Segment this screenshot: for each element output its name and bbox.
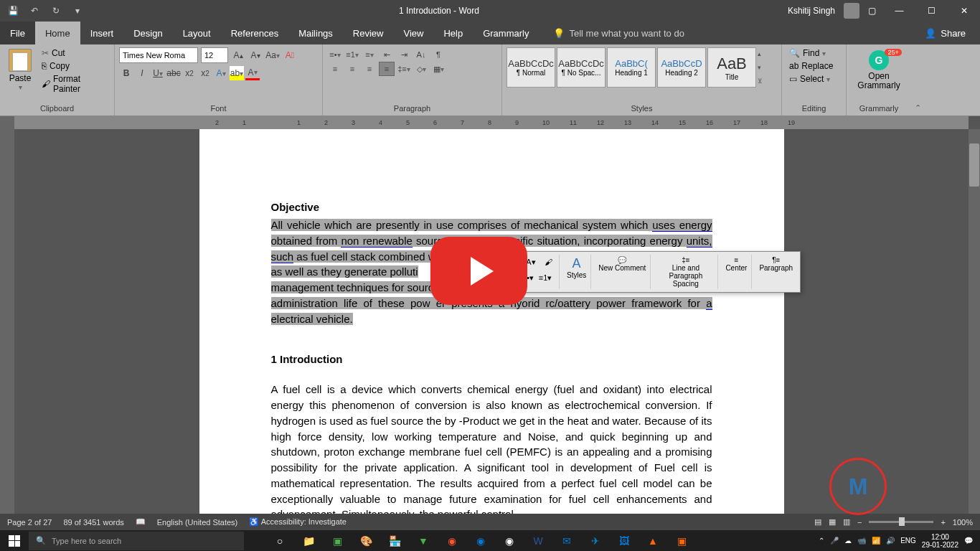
tray-meet-icon[interactable]: 📹: [857, 537, 866, 545]
print-layout-icon[interactable]: ▦: [829, 517, 836, 527]
tray-notifications-icon[interactable]: 💬: [964, 537, 973, 545]
tray-sound-icon[interactable]: 🔊: [886, 537, 895, 545]
zoom-level[interactable]: 100%: [953, 518, 973, 527]
style-nospac[interactable]: AaBbCcDc¶ No Spac...: [557, 47, 606, 88]
status-language[interactable]: English (United States): [157, 518, 238, 527]
tab-home[interactable]: Home: [35, 22, 80, 44]
font-size-input[interactable]: 12: [201, 47, 228, 63]
zoom-out-button[interactable]: −: [857, 518, 862, 527]
start-button[interactable]: [0, 535, 29, 547]
task-store[interactable]: 🏪: [380, 530, 409, 551]
styles-gallery[interactable]: AaBbCcDc¶ Normal AaBbCcDc¶ No Spac... Aa…: [507, 47, 769, 88]
task-chrome[interactable]: ◉: [495, 530, 524, 551]
status-accessibility[interactable]: ♿ Accessibility: Investigate: [249, 517, 347, 527]
tray-mic-icon[interactable]: 🎤: [830, 537, 839, 545]
find-button[interactable]: 🔍Find▾: [786, 47, 836, 59]
decrease-indent-button[interactable]: ⇤: [379, 47, 395, 62]
subscript-button[interactable]: x2: [182, 66, 197, 80]
borders-button[interactable]: ▦▾: [430, 62, 446, 76]
qat-customize-icon[interactable]: ▾: [72, 5, 83, 17]
tab-view[interactable]: View: [393, 22, 433, 44]
maximize-button[interactable]: ☐: [915, 0, 948, 22]
redo-icon[interactable]: ↻: [50, 5, 62, 17]
style-heading1[interactable]: AaBbC(Heading 1: [607, 47, 656, 88]
font-color-button[interactable]: A▾: [245, 66, 260, 80]
show-marks-button[interactable]: ¶: [430, 47, 446, 62]
strikethrough-button[interactable]: abc: [166, 66, 181, 80]
document-area[interactable]: Objective All vehicle which are presentl…: [14, 129, 969, 525]
tray-onedrive-icon[interactable]: ☁: [844, 537, 852, 545]
tray-clock[interactable]: 12:0029-01-2022: [922, 533, 958, 549]
close-button[interactable]: ✕: [948, 0, 980, 22]
task-matlab[interactable]: ▲: [639, 530, 667, 551]
underline-button[interactable]: U▾: [151, 66, 165, 80]
mini-paragraph[interactable]: ¶≡Paragraph: [755, 255, 797, 289]
justify-button[interactable]: ≡: [379, 62, 395, 76]
tray-overflow-icon[interactable]: ⌃: [819, 537, 824, 545]
collapse-ribbon-icon[interactable]: ⌃: [915, 103, 921, 113]
tab-mailings[interactable]: Mailings: [288, 22, 343, 44]
style-heading2[interactable]: AaBbCcDHeading 2: [657, 47, 706, 88]
share-button[interactable]: 👤Share: [925, 28, 966, 39]
tab-references[interactable]: References: [221, 22, 288, 44]
mini-format-painter[interactable]: 🖌: [540, 255, 556, 269]
text-effects-button[interactable]: A▾: [214, 66, 228, 80]
task-app3[interactable]: ▣: [667, 530, 696, 551]
shading-button[interactable]: ◇▾: [413, 62, 429, 76]
task-app1[interactable]: ▣: [323, 530, 352, 551]
mini-center[interactable]: ≡Center: [721, 255, 752, 289]
task-explorer[interactable]: 📁: [294, 530, 323, 551]
clear-formatting-button[interactable]: A⃠: [283, 48, 297, 62]
page[interactable]: Objective All vehicle which are presentl…: [199, 129, 784, 525]
task-mail[interactable]: ✉: [552, 530, 581, 551]
task-telegram[interactable]: ✈: [581, 530, 610, 551]
task-word[interactable]: W: [524, 530, 552, 551]
tab-layout[interactable]: Layout: [173, 22, 221, 44]
copy-button[interactable]: ⎘Copy: [40, 60, 110, 72]
select-button[interactable]: ▭Select▾: [786, 73, 836, 85]
taskbar-search[interactable]: 🔍Type here to search: [29, 532, 244, 550]
minimize-button[interactable]: —: [883, 0, 915, 22]
web-layout-icon[interactable]: ▥: [843, 517, 850, 527]
avatar[interactable]: [844, 3, 859, 19]
youtube-play-button[interactable]: [430, 237, 527, 305]
task-paint[interactable]: 🎨: [352, 530, 380, 551]
task-app2[interactable]: ▼: [409, 530, 438, 551]
tab-insert[interactable]: Insert: [80, 22, 124, 44]
user-name[interactable]: Kshitij Singh: [788, 6, 835, 16]
sort-button[interactable]: A↓: [413, 47, 429, 62]
status-words[interactable]: 89 of 3451 words: [63, 518, 123, 527]
tray-lang[interactable]: ENG: [900, 537, 916, 545]
tray-wifi-icon[interactable]: 📶: [872, 537, 880, 545]
task-photos[interactable]: 🖼: [610, 530, 639, 551]
zoom-slider[interactable]: [869, 521, 933, 523]
bullets-button[interactable]: ≡•▾: [327, 47, 343, 62]
mini-line-spacing[interactable]: ‡≡Line and Paragraph Spacing: [654, 255, 718, 289]
align-right-button[interactable]: ≡: [362, 62, 377, 76]
status-spellcheck-icon[interactable]: 📖: [136, 517, 146, 527]
task-brave[interactable]: ◉: [438, 530, 466, 551]
task-edge[interactable]: ◉: [466, 530, 495, 551]
tab-file[interactable]: File: [0, 22, 35, 44]
open-grammarly-button[interactable]: G 25+ Open Grammarly: [850, 47, 907, 93]
mini-styles[interactable]: AStyles: [562, 255, 591, 289]
zoom-in-button[interactable]: +: [941, 518, 945, 527]
tab-help[interactable]: Help: [433, 22, 473, 44]
cut-button[interactable]: ✂Cut: [40, 47, 110, 59]
paste-button[interactable]: Paste ▾: [4, 47, 36, 93]
styles-more-icon[interactable]: ⊻: [758, 77, 769, 85]
font-name-input[interactable]: Times New Roma: [119, 47, 198, 63]
align-left-button[interactable]: ≡: [327, 62, 343, 76]
styles-up-icon[interactable]: ▴: [758, 50, 769, 57]
align-center-button[interactable]: ≡: [344, 62, 360, 76]
undo-icon[interactable]: ↶: [29, 5, 40, 17]
grow-font-button[interactable]: A▴: [231, 48, 245, 62]
tell-me-search[interactable]: 💡Tell me what you want to do: [553, 28, 684, 39]
mini-numbering[interactable]: ≡1▾: [537, 270, 553, 285]
tab-grammarly[interactable]: Grammarly: [473, 22, 539, 44]
ribbon-display-icon[interactable]: ▢: [868, 6, 876, 16]
style-title[interactable]: AaBTitle: [707, 47, 756, 88]
numbering-button[interactable]: ≡1▾: [344, 47, 360, 62]
status-page[interactable]: Page 2 of 27: [7, 518, 52, 527]
styles-down-icon[interactable]: ▾: [758, 64, 769, 71]
